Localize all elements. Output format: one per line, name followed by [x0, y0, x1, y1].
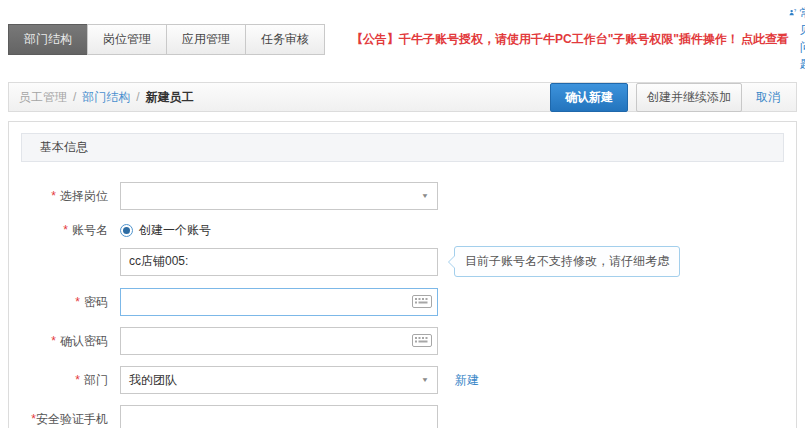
- faq-link[interactable]: ? 常见问题: [789, 5, 805, 73]
- account-name-input[interactable]: [120, 248, 438, 276]
- confirm-create-button[interactable]: 确认新建: [550, 83, 628, 112]
- create-and-continue-button[interactable]: 创建并继续添加: [636, 83, 742, 112]
- security-phone-input-wrap: [120, 405, 438, 428]
- confirm-password-label-text: 确认密码: [60, 334, 108, 348]
- account-label: *账号名: [21, 222, 108, 239]
- faq-label: 常见问题: [800, 5, 805, 73]
- tab-task-review[interactable]: 任务审核: [245, 24, 325, 55]
- person-question-icon: ?: [789, 5, 797, 20]
- tab-department-structure[interactable]: 部门结构: [8, 24, 88, 55]
- create-account-radio-label: 创建一个账号: [139, 222, 211, 239]
- row-position: *选择岗位 ▼: [21, 182, 784, 210]
- row-account-input: 目前子账号名不支持修改，请仔细考虑: [21, 246, 784, 277]
- confirm-password-input[interactable]: [120, 327, 438, 355]
- required-marker: *: [75, 295, 80, 309]
- account-name-tooltip: 目前子账号名不支持修改，请仔细考虑: [454, 246, 680, 277]
- password-label: *密码: [21, 294, 108, 311]
- row-department: *部门 我的团队 ▼ 新建: [21, 366, 784, 394]
- breadcrumb-separator: /: [73, 90, 76, 104]
- create-account-radio-option[interactable]: 创建一个账号: [120, 222, 211, 239]
- password-label-text: 密码: [84, 295, 108, 309]
- new-department-link[interactable]: 新建: [455, 372, 479, 389]
- department-select-value: 我的团队: [129, 372, 421, 389]
- breadcrumb-separator: /: [136, 90, 139, 104]
- tab-app-management[interactable]: 应用管理: [166, 24, 246, 55]
- basic-info-section-title: 基本信息: [21, 133, 784, 162]
- row-security-phone: *安全验证手机: [21, 405, 784, 428]
- security-phone-label-text: 安全验证手机: [36, 412, 108, 426]
- announcement-body: 【公告】千牛子账号授权，请使用千牛PC工作台"子账号权限"插件操作！: [351, 32, 739, 46]
- department-label-text: 部门: [84, 373, 108, 387]
- caret-down-icon: ▼: [421, 376, 429, 383]
- password-input[interactable]: [120, 288, 438, 316]
- position-label: *选择岗位: [21, 188, 108, 205]
- breadcrumb-department-structure[interactable]: 部门结构: [82, 89, 130, 106]
- security-phone-label: *安全验证手机: [21, 411, 108, 428]
- department-label: *部门: [21, 372, 108, 389]
- new-employee-panel: 基本信息 *选择岗位 ▼ *账号名 创建一个账号: [8, 121, 797, 428]
- keyboard-icon[interactable]: [412, 295, 432, 308]
- breadcrumb-new-employee: 新建员工: [146, 89, 194, 106]
- account-input-wrap: [120, 248, 438, 276]
- confirm-password-input-wrap: [120, 327, 438, 355]
- breadcrumb-employee-mgmt: 员工管理: [19, 89, 67, 106]
- row-password: *密码: [21, 288, 784, 316]
- tab-strip: 部门结构 岗位管理 应用管理 任务审核: [8, 24, 325, 55]
- confirm-password-label: *确认密码: [21, 333, 108, 350]
- top-bar: 部门结构 岗位管理 应用管理 任务审核 【公告】千牛子账号授权，请使用千牛PC工…: [0, 0, 805, 73]
- keyboard-icon[interactable]: [412, 334, 432, 347]
- cancel-link[interactable]: 取消: [756, 89, 780, 106]
- breadcrumb-bar: 员工管理 / 部门结构 / 新建员工 确认新建 创建并继续添加 取消: [8, 82, 797, 112]
- password-input-wrap: [120, 288, 438, 316]
- tab-position-management[interactable]: 岗位管理: [87, 24, 167, 55]
- caret-down-icon: ▼: [421, 192, 429, 199]
- row-account-radio: *账号名 创建一个账号: [21, 221, 784, 239]
- security-phone-input[interactable]: [120, 405, 438, 428]
- required-marker: *: [75, 373, 80, 387]
- department-select[interactable]: 我的团队 ▼: [120, 366, 438, 394]
- account-label-text: 账号名: [72, 223, 108, 237]
- required-marker: *: [51, 334, 56, 348]
- announcement-link[interactable]: 点此查看: [741, 32, 789, 46]
- new-employee-form: *选择岗位 ▼ *账号名 创建一个账号 目前子账号名不支持修改，请仔细考虑: [21, 182, 784, 428]
- announcement-text: 【公告】千牛子账号授权，请使用千牛PC工作台"子账号权限"插件操作！点此查看: [351, 31, 789, 48]
- position-select[interactable]: ▼: [120, 182, 438, 210]
- required-marker: *: [63, 223, 68, 237]
- svg-text:?: ?: [794, 9, 796, 13]
- action-buttons: 确认新建 创建并继续添加 取消: [550, 83, 786, 112]
- row-confirm-password: *确认密码: [21, 327, 784, 355]
- required-marker: *: [51, 189, 56, 203]
- radio-selected-icon[interactable]: [120, 224, 133, 237]
- position-label-text: 选择岗位: [60, 189, 108, 203]
